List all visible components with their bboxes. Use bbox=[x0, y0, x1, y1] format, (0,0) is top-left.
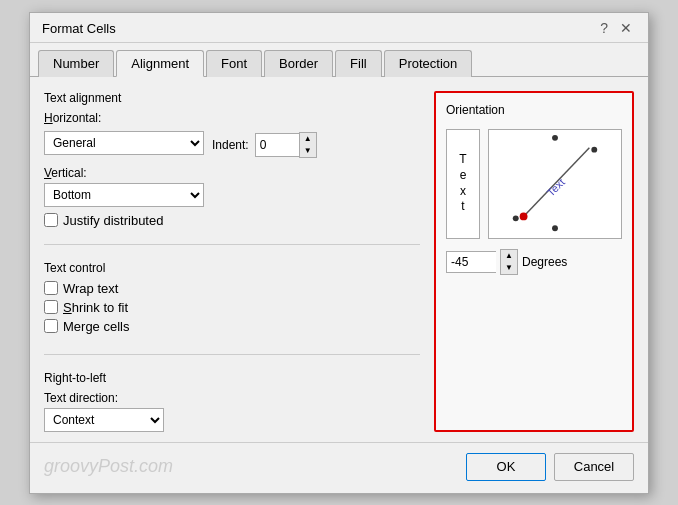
footer-buttons: OK Cancel bbox=[466, 453, 634, 481]
text-direction-label: Text direction: bbox=[44, 391, 420, 405]
wrap-text-label: Wrap text bbox=[63, 281, 118, 296]
shrink-to-fit-row: Shrink to fit bbox=[44, 300, 420, 315]
degrees-up-button[interactable]: ▲ bbox=[501, 250, 517, 262]
vert-x: x bbox=[460, 184, 466, 200]
vertical-label: Vertical: bbox=[44, 166, 420, 180]
tab-content: Text alignment Horizontal: General Left … bbox=[30, 77, 648, 442]
title-bar: Format Cells ? ✕ bbox=[30, 13, 648, 43]
degrees-down-button[interactable]: ▼ bbox=[501, 262, 517, 274]
text-control-title: Text control bbox=[44, 261, 420, 275]
tab-protection[interactable]: Protection bbox=[384, 50, 473, 77]
indent-up-button[interactable]: ▲ bbox=[300, 133, 316, 145]
merge-cells-row: Merge cells bbox=[44, 319, 420, 334]
svg-point-5 bbox=[520, 212, 528, 220]
svg-point-1 bbox=[591, 146, 597, 152]
svg-text:Text: Text bbox=[544, 176, 566, 198]
tab-fill[interactable]: Fill bbox=[335, 50, 382, 77]
tab-bar: Number Alignment Font Border Fill Protec… bbox=[30, 43, 648, 77]
justify-distributed-label: Justify distributed bbox=[63, 213, 163, 228]
left-panel: Text alignment Horizontal: General Left … bbox=[44, 91, 420, 432]
degrees-spinner-btns: ▲ ▼ bbox=[500, 249, 518, 275]
text-alignment-title: Text alignment bbox=[44, 91, 420, 105]
merge-cells-label: Merge cells bbox=[63, 319, 129, 334]
tab-alignment[interactable]: Alignment bbox=[116, 50, 204, 77]
indent-down-button[interactable]: ▼ bbox=[300, 145, 316, 157]
justify-distributed-checkbox[interactable] bbox=[44, 213, 58, 227]
dialog-title: Format Cells bbox=[42, 21, 116, 36]
indent-group: Indent: ▲ ▼ bbox=[212, 132, 317, 158]
text-direction-select[interactable]: Context Left-to-Right Right-to-Left bbox=[44, 408, 164, 432]
degrees-row: ▲ ▼ Degrees bbox=[446, 249, 622, 275]
watermark: groovyPost.com bbox=[44, 456, 173, 477]
help-button[interactable]: ? bbox=[596, 21, 612, 35]
svg-point-2 bbox=[513, 215, 519, 221]
justify-row: Justify distributed bbox=[44, 213, 420, 228]
wrap-text-row: Wrap text bbox=[44, 281, 420, 296]
cancel-button[interactable]: Cancel bbox=[554, 453, 634, 481]
horizontal-label: Horizontal: bbox=[44, 111, 420, 125]
title-controls: ? ✕ bbox=[596, 21, 636, 35]
close-button[interactable]: ✕ bbox=[616, 21, 636, 35]
degrees-input[interactable] bbox=[446, 251, 496, 273]
orientation-visual: T e x t bbox=[446, 129, 622, 239]
text-control-section: Text control Wrap text Shrink to fit Mer… bbox=[44, 261, 420, 338]
indent-spinner-btns: ▲ ▼ bbox=[299, 132, 317, 158]
text-alignment-section: Text alignment Horizontal: General Left … bbox=[44, 91, 420, 228]
divider-2 bbox=[44, 354, 420, 355]
angle-svg: Text bbox=[489, 130, 621, 238]
horizontal-row: General Left (Indent) Center Right (Inde… bbox=[44, 128, 420, 158]
orientation-title: Orientation bbox=[446, 103, 622, 117]
tab-number[interactable]: Number bbox=[38, 50, 114, 77]
wrap-text-checkbox[interactable] bbox=[44, 281, 58, 295]
orientation-panel: Orientation T e x t bbox=[434, 91, 634, 432]
vertical-text-box: T e x t bbox=[446, 129, 480, 239]
rtl-title: Right-to-left bbox=[44, 371, 420, 385]
svg-point-0 bbox=[552, 134, 558, 140]
angle-box[interactable]: Text bbox=[488, 129, 622, 239]
tab-font[interactable]: Font bbox=[206, 50, 262, 77]
degrees-label: Degrees bbox=[522, 255, 567, 269]
horizontal-select[interactable]: General Left (Indent) Center Right (Inde… bbox=[44, 131, 204, 155]
vertical-text-letters: T e x t bbox=[459, 152, 466, 214]
indent-label: Indent: bbox=[212, 138, 249, 152]
indent-spinner: ▲ ▼ bbox=[255, 132, 317, 158]
vert-e: e bbox=[460, 168, 467, 184]
merge-cells-checkbox[interactable] bbox=[44, 319, 58, 333]
vertical-select[interactable]: Top Center Bottom Justify Distributed bbox=[44, 183, 204, 207]
divider-1 bbox=[44, 244, 420, 245]
shrink-to-fit-label: Shrink to fit bbox=[63, 300, 128, 315]
ok-button[interactable]: OK bbox=[466, 453, 546, 481]
vert-t: T bbox=[459, 152, 466, 168]
shrink-to-fit-checkbox[interactable] bbox=[44, 300, 58, 314]
tab-border[interactable]: Border bbox=[264, 50, 333, 77]
indent-input[interactable] bbox=[255, 133, 299, 157]
format-cells-dialog: Format Cells ? ✕ Number Alignment Font B… bbox=[29, 12, 649, 494]
vert-t2: t bbox=[461, 199, 464, 215]
dialog-footer: groovyPost.com OK Cancel bbox=[30, 442, 648, 493]
svg-point-3 bbox=[552, 225, 558, 231]
rtl-section: Right-to-left Text direction: Context Le… bbox=[44, 371, 420, 432]
